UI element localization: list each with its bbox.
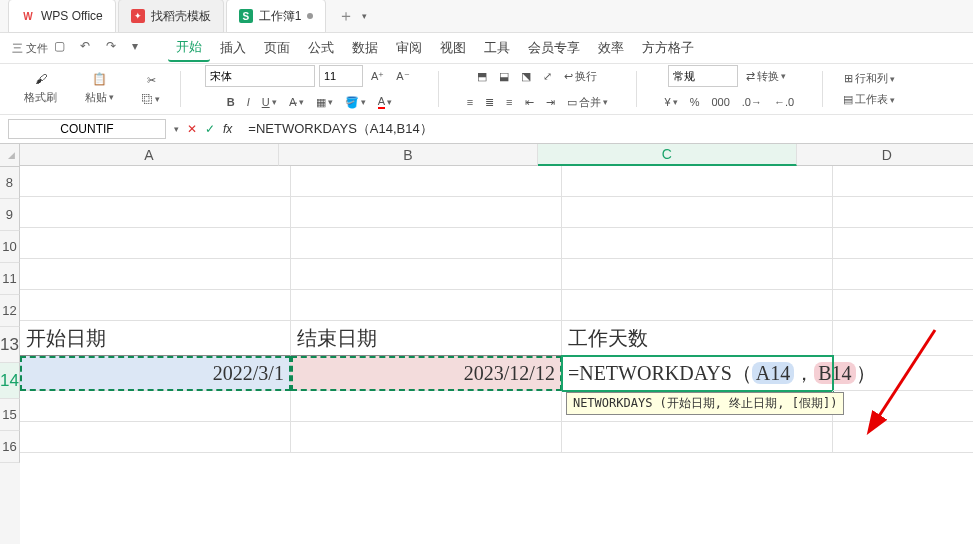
cut-icon[interactable]: ✂: [143, 72, 160, 89]
align-right-icon[interactable]: ≡: [502, 94, 516, 110]
select-all-corner[interactable]: ◢: [0, 144, 20, 167]
cell[interactable]: [833, 166, 973, 197]
decrease-font-icon[interactable]: A⁻: [392, 68, 413, 85]
cell[interactable]: 2023/12/12: [291, 356, 562, 391]
dec-inc-icon[interactable]: .0→: [738, 94, 766, 110]
align-bot-icon[interactable]: ⬔: [517, 68, 535, 85]
cell[interactable]: [20, 228, 291, 259]
active-cell[interactable]: =NETWORKDAYS（A14，B14） NETWORKDAYS (开始日期,…: [562, 356, 833, 391]
menu-data[interactable]: 数据: [344, 35, 386, 61]
cell[interactable]: 开始日期: [20, 321, 291, 356]
col-header[interactable]: D: [797, 144, 973, 166]
cell[interactable]: [20, 197, 291, 228]
col-header[interactable]: B: [279, 144, 538, 166]
menu-view[interactable]: 视图: [432, 35, 474, 61]
cell[interactable]: [291, 259, 562, 290]
col-header[interactable]: C: [538, 144, 797, 166]
row-header[interactable]: 9: [0, 199, 20, 231]
row-header[interactable]: 10: [0, 231, 20, 263]
row-header[interactable]: 11: [0, 263, 20, 295]
cell[interactable]: [20, 391, 291, 422]
cell[interactable]: [562, 197, 833, 228]
dec-dec-icon[interactable]: ←.0: [770, 94, 798, 110]
cell[interactable]: [20, 422, 291, 453]
menu-review[interactable]: 审阅: [388, 35, 430, 61]
align-top-icon[interactable]: ⬒: [473, 68, 491, 85]
cell[interactable]: 2022/3/1: [20, 356, 291, 391]
file-menu[interactable]: 三 文件: [8, 39, 52, 58]
align-center-icon[interactable]: ≣: [481, 94, 498, 111]
percent-icon[interactable]: %: [686, 94, 704, 110]
confirm-formula-icon[interactable]: ✓: [205, 122, 215, 136]
cancel-formula-icon[interactable]: ✕: [187, 122, 197, 136]
row-header[interactable]: 15: [0, 399, 20, 431]
qat-more-icon[interactable]: ▾: [132, 39, 150, 57]
orientation-icon[interactable]: ⤢: [539, 68, 556, 85]
col-header[interactable]: A: [20, 144, 279, 166]
cell[interactable]: [291, 166, 562, 197]
bold-icon[interactable]: B: [223, 94, 239, 110]
redo-icon[interactable]: ↷: [106, 39, 124, 57]
paste-icon[interactable]: 📋: [92, 72, 107, 86]
menu-member[interactable]: 会员专享: [520, 35, 588, 61]
tab-template-store[interactable]: ✦ 找稻壳模板: [118, 0, 224, 33]
wrap-button[interactable]: ↩换行: [560, 67, 601, 86]
italic-icon[interactable]: I: [243, 94, 254, 110]
cell[interactable]: 结束日期: [291, 321, 562, 356]
cell[interactable]: [562, 422, 833, 453]
cell[interactable]: [833, 197, 973, 228]
cell[interactable]: [833, 356, 973, 391]
cell[interactable]: [562, 290, 833, 321]
currency-icon[interactable]: ¥▾: [661, 94, 682, 110]
cell[interactable]: [833, 391, 973, 422]
menu-ffgz[interactable]: 方方格子: [634, 35, 702, 61]
menu-tools[interactable]: 工具: [476, 35, 518, 61]
tab-app[interactable]: W WPS Office: [8, 0, 116, 33]
fill-color-icon[interactable]: 🪣▾: [341, 94, 370, 111]
row-header[interactable]: 8: [0, 167, 20, 199]
comma-icon[interactable]: 000: [707, 94, 733, 110]
cell[interactable]: [833, 259, 973, 290]
cell[interactable]: [291, 422, 562, 453]
align-mid-icon[interactable]: ⬓: [495, 68, 513, 85]
cell[interactable]: [833, 228, 973, 259]
font-color-icon[interactable]: A▾: [374, 93, 396, 111]
copy-icon[interactable]: ⿻▾: [138, 91, 164, 107]
menu-home[interactable]: 开始: [168, 34, 210, 62]
cell[interactable]: [291, 197, 562, 228]
row-header[interactable]: 14: [0, 363, 20, 399]
undo-icon[interactable]: ↶: [80, 39, 98, 57]
cell[interactable]: 工作天数: [562, 321, 833, 356]
cell[interactable]: [291, 391, 562, 422]
font-size-select[interactable]: [319, 65, 363, 87]
menu-efficiency[interactable]: 效率: [590, 35, 632, 61]
cell[interactable]: [20, 290, 291, 321]
tab-overflow-icon[interactable]: ▾: [362, 11, 367, 21]
cell[interactable]: [562, 228, 833, 259]
save-icon[interactable]: ▢: [54, 39, 72, 57]
convert-button[interactable]: ⇄转换▾: [742, 67, 790, 86]
cell[interactable]: [833, 321, 973, 356]
cell[interactable]: [833, 290, 973, 321]
formula-input[interactable]: =NETWORKDAYS（A14,B14）: [240, 118, 973, 140]
new-tab-button[interactable]: ＋: [334, 4, 358, 29]
merge-button[interactable]: ▭合并▾: [563, 93, 612, 112]
row-header[interactable]: 13: [0, 327, 20, 363]
cell[interactable]: [20, 259, 291, 290]
border-icon[interactable]: ▦▾: [312, 94, 337, 111]
cell[interactable]: [562, 259, 833, 290]
row-header[interactable]: 16: [0, 431, 20, 463]
sheet-button[interactable]: ▤ 工作表▾: [839, 90, 899, 109]
cell[interactable]: [562, 166, 833, 197]
font-name-select[interactable]: [205, 65, 315, 87]
fx-icon[interactable]: fx: [223, 122, 232, 136]
cell[interactable]: [291, 290, 562, 321]
format-painter-icon[interactable]: 🖌: [35, 72, 47, 86]
menu-formula[interactable]: 公式: [300, 35, 342, 61]
cell[interactable]: [833, 422, 973, 453]
strike-icon[interactable]: A̶▾: [285, 94, 308, 111]
tab-workbook[interactable]: S 工作簿1: [226, 0, 327, 33]
indent-inc-icon[interactable]: ⇥: [542, 94, 559, 111]
increase-font-icon[interactable]: A⁺: [367, 68, 388, 85]
menu-page[interactable]: 页面: [256, 35, 298, 61]
